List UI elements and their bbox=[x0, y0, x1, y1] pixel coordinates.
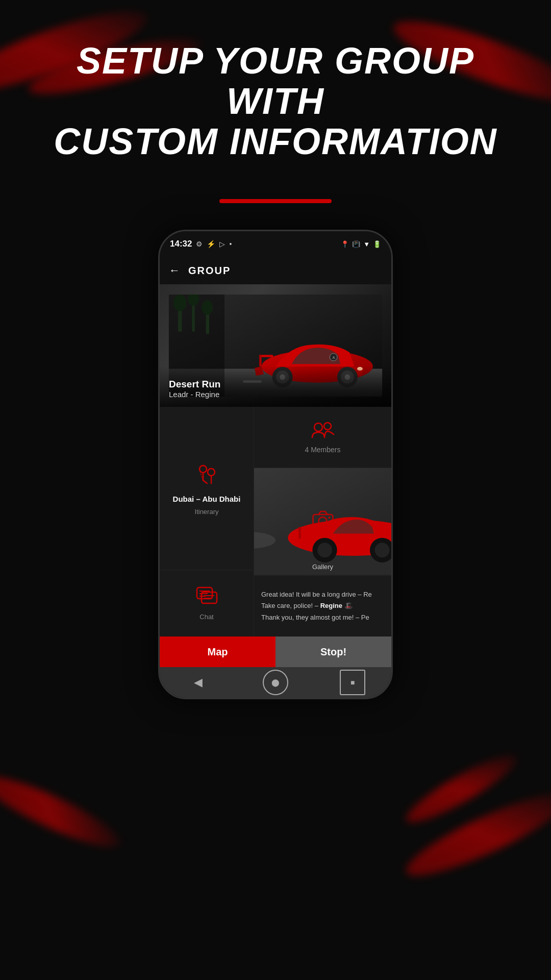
home-nav-button[interactable]: ⬤ bbox=[263, 670, 288, 695]
map-button[interactable]: Map bbox=[160, 636, 276, 667]
svg-point-42 bbox=[317, 543, 332, 557]
settings-icon: ⚙ bbox=[196, 240, 203, 248]
svg-point-32 bbox=[314, 423, 322, 431]
svg-point-50 bbox=[318, 517, 327, 525]
back-nav-button[interactable]: ◀ bbox=[186, 670, 211, 695]
status-right: 📍 📳 ▼ 🔋 bbox=[341, 240, 381, 248]
members-block[interactable]: 4 Members bbox=[254, 407, 391, 468]
chat-message-3: Thank you, they almost got me! – Pe bbox=[261, 613, 384, 622]
svg-text:A: A bbox=[333, 355, 335, 360]
svg-point-33 bbox=[324, 423, 331, 430]
status-left: 14:32 ⚙ ⚡ ▷ • bbox=[170, 239, 232, 249]
svg-point-24 bbox=[208, 469, 215, 476]
battery-status-icon: 🔋 bbox=[373, 240, 381, 248]
chat-block-left[interactable]: Chat bbox=[160, 570, 254, 636]
right-column: 4 Members bbox=[254, 407, 391, 636]
back-button[interactable]: ← bbox=[169, 264, 180, 277]
header-divider bbox=[219, 199, 332, 203]
phone-nav-bar: ◀ ⬤ ■ bbox=[160, 667, 391, 698]
header-title: SETUP YOUR GROUP WITH CUSTOM INFORMATION bbox=[0, 41, 551, 162]
gallery-camera-icon bbox=[311, 509, 334, 534]
gallery-block[interactable]: Gallery bbox=[254, 468, 391, 575]
members-icon bbox=[310, 421, 336, 443]
bg-streak-5 bbox=[399, 780, 551, 888]
hero-image: A Desert Run Leadr - Regine bbox=[160, 284, 391, 407]
wifi-status-icon: ▼ bbox=[363, 240, 370, 248]
group-name: Desert Run bbox=[169, 379, 220, 390]
members-count: 4 Members bbox=[305, 446, 340, 454]
itinerary-route: Dubai – Abu Dhabi bbox=[173, 494, 241, 504]
group-leader: Leadr - Regine bbox=[169, 390, 220, 399]
location-icon bbox=[194, 461, 219, 490]
stop-nav-button[interactable]: ■ bbox=[340, 670, 365, 695]
svg-point-23 bbox=[199, 465, 207, 473]
itinerary-label: Itinerary bbox=[195, 508, 219, 516]
phone-mockup: 14:32 ⚙ ⚡ ▷ • 📍 📳 ▼ 🔋 ← GROUP bbox=[158, 230, 393, 699]
left-column: Dubai – Abu Dhabi Itinerary bbox=[160, 407, 254, 636]
flash-icon: ⚡ bbox=[207, 240, 215, 248]
stop-button[interactable]: Stop! bbox=[276, 636, 391, 667]
location-status-icon: 📍 bbox=[341, 240, 349, 248]
itinerary-block[interactable]: Dubai – Abu Dhabi Itinerary bbox=[160, 407, 254, 570]
chat-message-2: Take care, police! – Regine 🎩 bbox=[261, 601, 384, 610]
grid-section: Dubai – Abu Dhabi Itinerary bbox=[160, 407, 391, 636]
chat-label: Chat bbox=[199, 613, 213, 621]
action-bar: Map Stop! bbox=[160, 636, 391, 667]
chat-messages: Great idea! It will be a long drive – Re… bbox=[254, 575, 391, 636]
svg-rect-46 bbox=[298, 527, 301, 539]
status-time: 14:32 bbox=[170, 239, 192, 249]
play-icon: ▷ bbox=[219, 240, 225, 248]
svg-point-51 bbox=[328, 517, 330, 519]
status-bar: 14:32 ⚙ ⚡ ▷ • 📍 📳 ▼ 🔋 bbox=[160, 231, 391, 257]
vibrate-status-icon: 📳 bbox=[352, 240, 360, 248]
chat-icon bbox=[195, 586, 218, 610]
chat-message-1: Great idea! It will be a long drive – Re bbox=[261, 590, 384, 599]
dot-icon: • bbox=[229, 240, 232, 248]
top-bar: ← GROUP bbox=[160, 257, 391, 284]
app-content: ← GROUP bbox=[160, 257, 391, 667]
hero-text: Desert Run Leadr - Regine bbox=[169, 379, 220, 399]
svg-rect-18 bbox=[259, 355, 262, 366]
gallery-label: Gallery bbox=[312, 563, 333, 571]
bg-streak-4 bbox=[0, 765, 127, 857]
page-title: GROUP bbox=[188, 265, 231, 277]
svg-point-44 bbox=[375, 543, 390, 557]
